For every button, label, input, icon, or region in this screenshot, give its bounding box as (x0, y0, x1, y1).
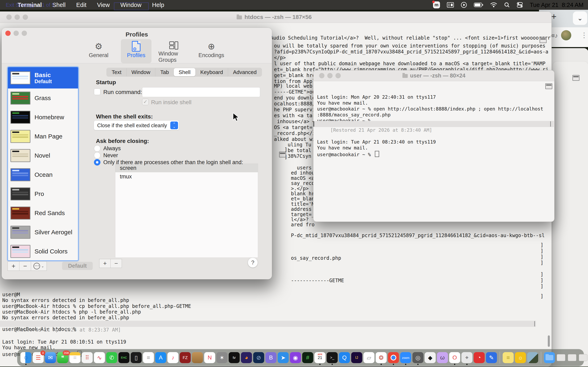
dock-icon-pages-document[interactable]: ▱ (363, 352, 374, 363)
dock-icon-mini-window-3[interactable] (579, 354, 587, 361)
menu-view[interactable]: View (97, 2, 110, 8)
profile-item-manpage[interactable]: Man Page (8, 127, 78, 146)
menu-edit[interactable]: Edit (76, 2, 86, 8)
minimize-icon[interactable] (327, 73, 333, 78)
dock-icon-opera[interactable]: O (449, 352, 460, 363)
new-tab-icon[interactable]: + (551, 11, 557, 22)
dock-icon-dark-green-app[interactable]: # (302, 352, 313, 363)
tab-window[interactable]: Window (126, 68, 155, 76)
dock-icon-downloads-folder[interactable] (544, 352, 555, 363)
profile-item-grass[interactable]: Grass (8, 89, 78, 108)
dock-icon-zoom[interactable]: zoom (400, 352, 411, 363)
dock-icon-podcasts[interactable]: ◉ (290, 352, 301, 363)
htdocs-titlebar[interactable]: htdocs — -zsh — 187×56 (0, 12, 552, 23)
play-circle-icon[interactable] (461, 2, 467, 8)
profile-item-ocean[interactable]: Ocean (8, 165, 78, 184)
zoom-icon[interactable] (336, 73, 341, 78)
dock-icon-lens-app[interactable]: ◎ (412, 352, 424, 363)
dock-icon-tan-app[interactable] (192, 352, 203, 363)
radio-option-3[interactable] (94, 159, 100, 166)
run-command-checkbox[interactable] (94, 89, 100, 95)
dock-icon-bulb-app[interactable]: ☼ (515, 352, 526, 363)
status-app-icon[interactable]: m (433, 1, 440, 8)
menu-help[interactable]: Help (152, 2, 164, 8)
run-command-input[interactable] (142, 87, 260, 97)
dock-icon-reminders[interactable]: ☰3 (33, 352, 44, 363)
dock-icon-mini-window-1[interactable] (557, 354, 565, 361)
tab-text[interactable]: Text (107, 68, 126, 76)
shell-exits-dropdown[interactable]: Close if the shell exited cleanly ⌃⌄ (94, 121, 179, 130)
dock-icon-news[interactable]: N (204, 352, 215, 363)
minimize-icon[interactable] (15, 15, 20, 20)
add-profile-button[interactable]: + (8, 261, 19, 271)
dock-icon-paint-palette[interactable]: ❂ (376, 352, 387, 363)
profile-item-silver[interactable]: Silver Aerogel (8, 223, 78, 242)
dock-icon-mouse-app[interactable]: ⌖ (461, 352, 472, 363)
dock-icon-b-app[interactable]: B (265, 352, 277, 363)
user-terminal-content[interactable]: Last login: Mon Apr 20 22:40:31 on ttys1… (313, 81, 554, 222)
dock-icon-messages[interactable]: ❝208 (57, 352, 68, 363)
remove-process-button[interactable]: − (111, 259, 122, 268)
dock-icon-firefox[interactable]: ◕ (241, 352, 252, 363)
profile-tabs[interactable]: TextWindowTabShellKeyboardAdvanced (106, 68, 262, 77)
dock-icon-stickies[interactable]: ≡ (503, 352, 514, 363)
dock-icon-app-store[interactable]: A (155, 352, 166, 363)
dock-icon-preview-document[interactable]: ≡ (143, 352, 154, 363)
tab-advanced[interactable]: Advanced (228, 68, 261, 76)
dock-icon-apple-tv[interactable]: tv (229, 352, 240, 363)
kebab-menu-icon[interactable]: ⋮ (581, 31, 588, 39)
dock-icon-black-utility[interactable]: EHC (118, 352, 130, 363)
window-controls[interactable] (319, 73, 344, 79)
dock-icon-safari[interactable]: ➤ (278, 352, 289, 363)
dock-icon-filezilla[interactable]: FZ (180, 352, 191, 363)
avatar[interactable] (561, 30, 571, 40)
toolbar-item-window-groups[interactable]: Window Groups (158, 39, 189, 63)
dock-icon-photos-thumb[interactable] (527, 352, 538, 363)
profile-item-solid[interactable]: Solid Colors (8, 242, 78, 261)
profile-list[interactable]: BasicDefaultGrassHomebrewMan PageNovelOc… (8, 67, 78, 261)
menu-bar-clock[interactable]: Tue Apr 21 8:24 AM (530, 2, 584, 8)
dock-icon-chrome[interactable] (388, 352, 399, 363)
dock-icon-mail[interactable]: ✉ (45, 352, 56, 363)
dock-icon-launchpad[interactable]: ⠿ (82, 352, 93, 363)
dock-icon-iphone-mirroring[interactable]: ▯ (131, 352, 142, 363)
dock-icon-slash-app[interactable]: ⊘ (253, 352, 264, 363)
more-options-button[interactable]: ⋯⌄ (31, 261, 47, 271)
toolbar-item-encodings[interactable]: ⊕Encodings (196, 39, 227, 63)
keyboard-window-icon[interactable] (447, 2, 454, 8)
help-button[interactable]: ? (248, 258, 258, 267)
radio-option-2[interactable] (94, 152, 100, 159)
dock-icon-calendar[interactable]: 21APR (314, 352, 325, 363)
toolbar-item-general[interactable]: ⚙General (83, 39, 114, 63)
dock-icon-notes[interactable]: ≡ (69, 352, 80, 363)
profiles-settings-window[interactable]: Profiles ⚙GeneralProfilesWindow Groups⊕E… (2, 28, 272, 279)
process-item-tmux[interactable]: tmux (115, 172, 258, 181)
profile-item-homebrew[interactable]: Homebrew (8, 108, 78, 127)
dock-icon-keychain[interactable]: ✶ (216, 352, 227, 363)
add-process-button[interactable]: + (99, 259, 111, 268)
profile-item-novel[interactable]: Novel (8, 146, 78, 165)
tab-shell[interactable]: Shell (174, 68, 195, 76)
chevron-down-button[interactable]: ⌄ (573, 11, 587, 25)
dock-icon-facetime[interactable]: ✆ (106, 352, 117, 363)
default-button[interactable]: Default (62, 262, 93, 270)
run-inside-shell-checkbox[interactable]: ✓ (142, 99, 149, 105)
dock-icon-finder[interactable]: ☺ (20, 352, 31, 363)
user-terminal-window[interactable]: user — -zsh — 80×24 Last login: Mon Apr … (313, 70, 554, 222)
remove-profile-button[interactable]: − (19, 261, 31, 271)
tab-tab[interactable]: Tab (155, 68, 174, 76)
profile-item-basic[interactable]: BasicDefault (8, 67, 78, 89)
zoom-icon[interactable] (23, 15, 28, 20)
process-list[interactable]: screentmux (115, 164, 258, 258)
close-icon[interactable] (6, 15, 12, 20)
scrollbar-thumb[interactable] (548, 335, 550, 347)
dock-icon-music[interactable]: ♪ (167, 352, 178, 363)
search-icon[interactable] (504, 2, 510, 8)
toolbar-item-profiles[interactable]: Profiles (121, 39, 151, 63)
close-icon[interactable] (319, 73, 324, 78)
profile-item-pro[interactable]: Pro (8, 184, 78, 203)
dock-icon-inkscape[interactable]: ◆ (425, 352, 436, 363)
dock-icon-waveform-app[interactable]: ∿ (94, 352, 105, 363)
window-controls[interactable] (6, 15, 31, 21)
radio-option-1[interactable] (94, 145, 100, 152)
